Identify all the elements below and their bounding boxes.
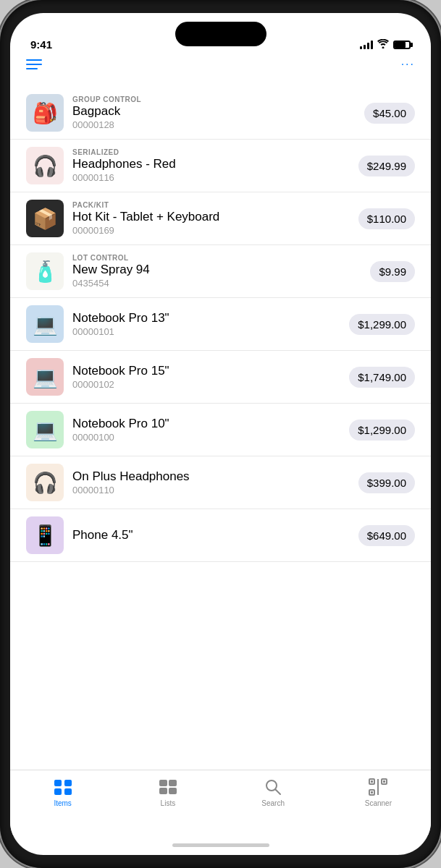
app-header: ··· [10,55,431,78]
list-item[interactable]: 📦PACK/KITHot Kit - Tablet + Keyboard0000… [10,192,431,245]
item-details: LOT CONTROLNew Spray 940435454 [72,254,361,289]
search-tab-label: Search [261,799,285,807]
item-price: $399.00 [358,472,415,493]
item-name: Notebook Pro 15" [72,364,340,378]
svg-rect-15 [371,791,373,793]
item-sku: 00000116 [72,172,350,183]
item-name: Notebook Pro 13" [72,311,340,326]
phone-screen: 9:41 [10,13,431,855]
item-details: Notebook Pro 10"00000100 [72,417,340,443]
search-tab-icon [264,778,282,796]
tab-search[interactable]: Search [221,778,326,807]
item-details: Notebook Pro 13"00000101 [72,311,340,337]
svg-rect-6 [159,788,167,794]
list-item[interactable]: 📱Phone 4.5"$649.00 [10,509,431,562]
item-image-8: 🎧 [26,464,64,501]
svg-rect-13 [371,780,373,783]
svg-rect-4 [159,780,167,786]
item-image-7: 💻 [26,411,64,448]
svg-rect-1 [64,780,72,786]
item-name: Headphones - Red [72,157,350,171]
list-item[interactable]: 🧴LOT CONTROLNew Spray 940435454$9.99 [10,245,431,298]
home-indicator [10,835,431,855]
item-name: Hot Kit - Tablet + Keyboard [72,210,350,224]
item-type-badge: GROUP CONTROL [72,95,356,103]
svg-line-9 [276,790,281,795]
item-image-2: 🎧 [26,147,64,184]
list-item[interactable]: 🎒GROUP CONTROLBagpack00000128$45.00 [10,87,431,140]
list-item[interactable]: 💻Notebook Pro 10"00000100$1,299.00 [10,404,431,456]
header-actions: ··· [388,58,415,71]
item-type-badge: LOT CONTROL [72,254,361,262]
item-name: Bagpack [72,104,356,119]
item-type-badge: PACK/KIT [72,201,350,209]
item-sku: 0435454 [72,278,361,289]
item-name: Phone 4.5" [72,528,350,542]
svg-rect-0 [54,780,62,786]
item-sku: 00000100 [72,432,340,443]
wifi-icon [377,39,389,51]
tab-bar: ItemsListsSearchScanner [10,770,431,835]
item-details: Notebook Pro 15"00000102 [72,364,340,390]
item-details: PACK/KITHot Kit - Tablet + Keyboard00000… [72,201,350,236]
item-price: $110.00 [358,208,415,229]
item-sku: 00000110 [72,485,350,495]
svg-rect-5 [169,780,177,786]
item-sku: 00000101 [72,326,340,337]
item-price: $649.00 [358,525,415,546]
item-price: $1,299.00 [349,314,415,335]
item-image-6: 💻 [26,358,64,396]
item-image-4: 🧴 [26,252,64,290]
status-icons [360,39,411,51]
status-time: 9:41 [30,38,52,51]
item-image-3: 📦 [26,200,64,237]
list-item[interactable]: 🎧On Plus Headphones00000110$399.00 [10,456,431,509]
item-price: $1,749.00 [349,367,415,388]
svg-rect-2 [54,788,62,795]
item-details: SERIALIZEDHeadphones - Red00000116 [72,148,350,183]
dynamic-island [175,22,266,46]
list-item[interactable]: 💻Notebook Pro 13"00000101$1,299.00 [10,298,431,351]
items-list[interactable]: 🎒GROUP CONTROLBagpack00000128$45.00🎧SERI… [10,87,431,770]
list-item[interactable]: 🎧SERIALIZEDHeadphones - Red00000116$249.… [10,140,431,192]
item-name: On Plus Headphones [72,469,350,484]
more-options-button[interactable]: ··· [401,58,415,71]
item-details: GROUP CONTROLBagpack00000128 [72,95,356,130]
items-tab-icon [54,778,72,796]
item-details: Phone 4.5" [72,528,350,542]
tab-lists[interactable]: Lists [115,778,220,807]
tab-scanner[interactable]: Scanner [326,778,431,807]
item-name: New Spray 94 [72,263,361,277]
items-tab-label: Items [54,799,71,807]
item-sku: 00000102 [72,379,340,390]
item-details: On Plus Headphones00000110 [72,469,350,495]
lists-tab-icon [159,778,177,796]
battery-icon [393,41,411,49]
item-price: $45.00 [364,103,415,124]
svg-rect-14 [383,780,385,783]
svg-rect-7 [169,788,177,794]
list-item[interactable]: 💻Notebook Pro 15"00000102$1,749.00 [10,351,431,404]
phone-shell: 9:41 [0,0,441,868]
item-price: $1,299.00 [349,420,415,441]
tab-items[interactable]: Items [10,778,115,807]
scanner-tab-icon [369,778,387,796]
item-image-9: 📱 [26,516,64,554]
item-sku: 00000169 [72,225,350,236]
item-price: $9.99 [370,261,415,282]
item-price: $249.99 [358,156,415,176]
svg-rect-3 [64,788,72,795]
page-title-area [10,78,431,87]
scanner-tab-label: Scanner [365,799,392,807]
item-sku: 00000128 [72,119,356,130]
item-name: Notebook Pro 10" [72,417,340,431]
lists-tab-label: Lists [161,799,176,807]
signal-icon [360,41,373,49]
item-image-1: 🎒 [26,94,64,132]
item-type-badge: SERIALIZED [72,148,350,156]
menu-button[interactable] [26,59,42,69]
item-image-5: 💻 [26,305,64,343]
